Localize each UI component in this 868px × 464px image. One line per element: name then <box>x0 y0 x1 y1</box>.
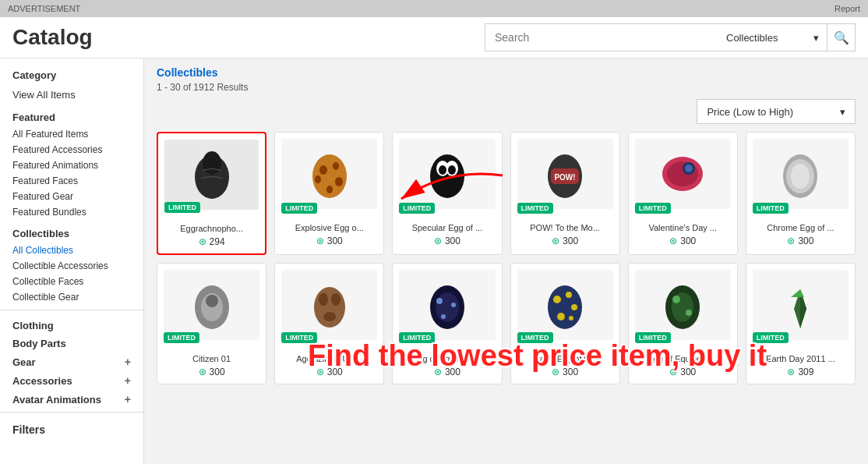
limited-badge: LIMITED <box>281 332 317 343</box>
svg-point-27 <box>319 293 328 306</box>
svg-text:POW!: POW! <box>554 173 575 182</box>
category-selected-label: Collectibles <box>726 32 778 44</box>
svg-point-3 <box>319 165 327 175</box>
table-row[interactable]: LIMITED Starry Egg of th... ⊛ 300 <box>510 263 620 384</box>
table-row[interactable]: LIMITED Citizen 01 ⊛ 300 <box>157 263 266 384</box>
item-price: ⊛ 300 <box>199 367 225 377</box>
svg-point-25 <box>206 295 218 307</box>
sidebar-item-collectible-faces[interactable]: Collectible Faces <box>0 274 143 289</box>
price-value: 300 <box>210 367 225 377</box>
gear-expand-icon: + <box>125 356 131 368</box>
category-dropdown[interactable]: Collectibles ▾ <box>718 23 827 51</box>
table-row[interactable]: LIMITED Egg of Equinox: ... ⊛ 300 <box>628 263 738 384</box>
svg-point-4 <box>333 162 339 170</box>
report-link[interactable]: Report <box>834 4 860 13</box>
item-name: Explosive Egg o... <box>281 223 377 232</box>
svg-point-39 <box>557 313 565 321</box>
item-name: Agonizingly Ugl... <box>281 354 377 363</box>
svg-point-33 <box>451 303 456 307</box>
clothing-header[interactable]: Clothing <box>0 315 143 333</box>
svg-point-1 <box>203 151 221 175</box>
table-row[interactable]: LIMITED Specular Egg of ... ⊛ 300 <box>392 132 502 255</box>
sidebar-item-collectible-accessories[interactable]: Collectible Accessories <box>0 258 143 274</box>
table-row[interactable]: POW! LIMITED POW! To the Mo... ⊛ 300 <box>510 132 620 255</box>
limited-badge: LIMITED <box>164 202 200 213</box>
sidebar: Category View All Items Featured All Fea… <box>0 58 144 464</box>
results-info: 1 - 30 of 1912 Results <box>157 82 856 93</box>
gear-header[interactable]: Gear + <box>0 351 143 370</box>
table-row[interactable]: LIMITED Valentine's Day ... ⊛ 300 <box>628 132 738 255</box>
svg-point-26 <box>314 287 345 328</box>
search-icon: 🔍 <box>834 30 849 45</box>
sort-chevron-icon: ▾ <box>840 106 845 118</box>
svg-point-37 <box>566 292 572 298</box>
sort-select[interactable]: Price (Low to High) ▾ <box>697 99 856 124</box>
price-value: 300 <box>327 236 343 246</box>
header: Catalog Collectibles ▾ 🔍 <box>0 17 868 58</box>
body-parts-header[interactable]: Body Parts <box>0 333 143 351</box>
search-button[interactable]: 🔍 <box>827 23 856 51</box>
sidebar-item-all-featured[interactable]: All Featured Items <box>0 126 143 142</box>
item-name: Earth Day 2011 ... <box>753 354 849 363</box>
breadcrumb-nav: Collectibles <box>157 66 856 79</box>
price-value: 300 <box>680 367 696 377</box>
item-image <box>635 270 731 340</box>
table-row[interactable]: LIMITED Chrome Egg of ... ⊛ 300 <box>746 132 856 255</box>
limited-badge: LIMITED <box>399 332 435 343</box>
breadcrumb-collectibles[interactable]: Collectibles <box>157 66 218 79</box>
item-name: Egg of Equinox: ... <box>399 354 495 363</box>
item-image <box>399 270 495 340</box>
sidebar-item-featured-faces[interactable]: Featured Faces <box>0 173 143 189</box>
item-name: Chrome Egg of ... <box>753 223 849 232</box>
robux-icon: ⊛ <box>787 236 795 246</box>
sidebar-item-featured-gear[interactable]: Featured Gear <box>0 189 143 204</box>
accessories-expand-icon: + <box>125 374 131 387</box>
svg-point-11 <box>439 165 446 175</box>
item-price: ⊛ 300 <box>552 367 578 377</box>
table-row[interactable]: LIMITED Earth Day 2011 ... ⊛ 309 <box>746 263 856 384</box>
view-all-items-link[interactable]: View All Items <box>0 84 143 105</box>
robux-icon: ⊛ <box>199 367 206 377</box>
table-row[interactable]: LIMITED Agonizingly Ugl... ⊛ 300 <box>274 263 384 384</box>
price-value: 309 <box>798 367 813 377</box>
sidebar-item-featured-accessories[interactable]: Featured Accessories <box>0 142 143 158</box>
robux-icon: ⊛ <box>787 367 795 377</box>
limited-badge: LIMITED <box>635 332 671 343</box>
search-bar: Collectibles ▾ 🔍 <box>485 23 856 51</box>
item-image <box>753 139 849 209</box>
item-price: ⊛ 300 <box>434 367 460 377</box>
item-name: Starry Egg of th... <box>517 354 613 363</box>
category-heading: Category <box>0 66 143 84</box>
item-image <box>281 139 377 209</box>
price-value: 300 <box>563 236 578 246</box>
item-name: Eggrachnopho... <box>164 224 259 233</box>
advertisement-label: ADVERTISEMENT <box>8 4 80 13</box>
chevron-down-icon: ▾ <box>813 32 819 44</box>
svg-point-28 <box>331 293 340 306</box>
item-price: ⊛ 300 <box>434 236 460 246</box>
accessories-header[interactable]: Accessories + <box>0 370 143 388</box>
table-row[interactable]: LIMITED Egg of Equinox: ... ⊛ 300 <box>392 263 502 384</box>
table-row[interactable]: LIMITED Explosive Egg o... ⊛ 300 <box>274 132 384 255</box>
robux-icon: ⊛ <box>199 236 206 247</box>
price-value: 300 <box>798 236 813 246</box>
limited-badge: LIMITED <box>517 332 553 343</box>
featured-header: Featured <box>0 108 143 126</box>
robux-icon: ⊛ <box>669 367 677 377</box>
main-layout: Category View All Items Featured All Fea… <box>0 58 868 464</box>
item-image <box>164 140 259 210</box>
svg-point-5 <box>315 175 321 183</box>
sidebar-item-all-collectibles[interactable]: All Collectibles <box>0 243 143 258</box>
price-value: 294 <box>210 236 225 247</box>
robux-icon: ⊛ <box>552 367 559 377</box>
svg-point-7 <box>326 186 333 193</box>
sidebar-item-collectible-gear[interactable]: Collectible Gear <box>0 289 143 305</box>
robux-icon: ⊛ <box>434 367 442 377</box>
item-image <box>399 139 495 209</box>
table-row[interactable]: LIMITED Eggrachnopho... ⊛ 294 <box>157 132 266 255</box>
search-input[interactable] <box>485 23 718 51</box>
avatar-animations-header[interactable]: Avatar Animations + <box>0 388 143 407</box>
sidebar-item-featured-animations[interactable]: Featured Animations <box>0 158 143 173</box>
sidebar-item-featured-bundles[interactable]: Featured Bundles <box>0 204 143 220</box>
svg-point-44 <box>686 310 692 316</box>
